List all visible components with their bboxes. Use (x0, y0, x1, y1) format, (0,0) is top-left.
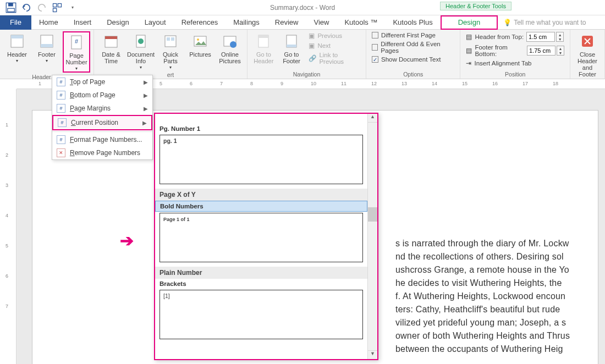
tab-view[interactable]: View (306, 15, 337, 30)
date-time-button[interactable]: Date & Time (97, 31, 125, 64)
group-pos-label: Position (505, 70, 525, 79)
page-number-icon: # (68, 34, 85, 51)
menu-page-margins[interactable]: #Page Margins▶ (52, 102, 152, 115)
group-insert-label: ert (167, 70, 174, 79)
bulb-icon: 💡 (503, 19, 512, 26)
insert-alignment-tab-button[interactable]: ⇥Insert Alignment Tab (464, 59, 566, 68)
menu-format-page-numbers[interactable]: #Format Page Numbers... (52, 133, 152, 146)
page-number-button[interactable]: # Page Number▾ (63, 31, 90, 73)
save-icon[interactable] (6, 2, 16, 13)
svg-point-22 (230, 41, 237, 48)
group-options: Different First Page Different Odd & Eve… (366, 30, 460, 79)
footer-button[interactable]: Footer▾ (33, 31, 61, 64)
menu-top-of-page[interactable]: #TTop of Pageop of Page▶ (52, 75, 152, 89)
quick-parts-button[interactable]: Quick Parts▾ (157, 31, 184, 70)
svg-rect-24 (258, 35, 268, 38)
goto-header-icon (255, 32, 272, 50)
tab-layout[interactable]: Layout (137, 15, 174, 30)
pictures-button[interactable]: Pictures (186, 31, 214, 58)
gallery-brackets-sub: Brackets (155, 279, 367, 289)
footer-from-bottom-spinner[interactable]: ▲▼ (557, 46, 564, 56)
svg-rect-5 (53, 8, 57, 12)
group-navigation: Go to Header Go to Footer ▣Previous ▣Nex… (248, 30, 366, 79)
tab-mailings[interactable]: Mailings (226, 15, 267, 30)
tab-file[interactable]: File (0, 15, 31, 30)
header-from-top-spinner[interactable]: ▲▼ (556, 32, 564, 42)
customize-icon[interactable] (52, 2, 63, 13)
calendar-icon (102, 32, 120, 50)
tab-home[interactable]: Home (31, 15, 66, 30)
svg-rect-9 (41, 44, 53, 47)
header-label: Header (7, 51, 27, 58)
undo-icon[interactable] (21, 2, 32, 13)
svg-rect-26 (287, 45, 296, 47)
page-number-menu: #TTop of Pageop of Page▶ #Bottom of Page… (52, 75, 153, 160)
header-icon (8, 32, 26, 50)
redo-icon[interactable] (36, 2, 47, 13)
next-icon: ▣ (309, 42, 315, 49)
goto-footer-button[interactable]: Go to Footer (279, 31, 305, 64)
tab-design-context[interactable]: Design (441, 15, 498, 30)
different-first-page-checkbox[interactable]: Different First Page (370, 31, 457, 39)
previous-button[interactable]: ▣Previous (306, 31, 362, 40)
online-pictures-button[interactable]: Online Pictures (216, 31, 244, 64)
header-button[interactable]: Header▾ (3, 31, 31, 64)
align-tab-icon: ⇥ (466, 59, 471, 67)
gallery-bold-numbers-sub[interactable]: Bold Numbers (155, 201, 367, 212)
tab-kutools-plus[interactable]: Kutools Plus (385, 15, 440, 30)
header-from-top-row: ▤ Header from Top: ▲▼ (464, 31, 566, 42)
tab-review[interactable]: Review (267, 15, 306, 30)
ribbon: Header▾ Footer▾ # Page Number▾ Header & … (0, 30, 605, 79)
goto-footer-label: Go to Footer (279, 51, 305, 64)
group-insert: Date & Time Document Info▾ Quick Parts▾ … (94, 30, 248, 79)
gallery-plain-number-head: Plain Number (155, 267, 367, 279)
tab-insert[interactable]: Insert (66, 15, 100, 30)
group-nav-label: Navigation (293, 70, 321, 79)
goto-header-button[interactable]: Go to Header (251, 31, 277, 64)
menu-bottom-of-page[interactable]: #Bottom of Page▶ (52, 89, 152, 102)
menu-remove-page-numbers[interactable]: ✕Remove Page Numbers (52, 146, 152, 159)
vertical-ruler: 1234567 (0, 89, 16, 364)
gallery-page-x-of-y-head: Page X of Y (155, 189, 367, 201)
ribbon-tabs: File Home Insert Design Layout Reference… (0, 15, 605, 30)
pictures-label: Pictures (189, 51, 211, 58)
document-info-button[interactable]: Document Info▾ (127, 31, 155, 70)
gallery-brackets-item[interactable]: [1] (160, 290, 363, 339)
online-pictures-label: Online Pictures (216, 51, 244, 64)
quick-parts-label: Quick Parts (157, 51, 184, 64)
svg-rect-2 (8, 8, 15, 12)
tab-references[interactable]: References (174, 15, 226, 30)
close-header-footer-button[interactable]: Close Header and Footer (574, 31, 601, 78)
close-icon (579, 32, 596, 50)
gallery-pg-number-1-sub: Pg. Number 1 (155, 124, 367, 134)
close-label: Close Header and Footer (574, 51, 601, 78)
gallery-pg-number-1-preview: pg. 1 (163, 137, 177, 144)
svg-rect-1 (8, 3, 13, 6)
show-document-text-checkbox[interactable]: ✓Show Document Text (370, 56, 457, 63)
header-from-top-input[interactable] (526, 32, 555, 42)
next-button[interactable]: ▣Next (306, 41, 362, 50)
link-previous-button[interactable]: 🔗Link to Previous (306, 51, 362, 65)
svg-point-20 (197, 38, 199, 41)
scroll-up-icon[interactable]: ▲ (368, 114, 377, 123)
footer-from-bottom-input[interactable] (527, 46, 556, 56)
scroll-thumb[interactable] (368, 207, 377, 222)
context-tool-label: Header & Footer Tools (440, 2, 512, 10)
qat-dropdown-icon[interactable]: ▾ (67, 2, 78, 13)
link-icon: 🔗 (309, 54, 316, 62)
gallery-pg-number-1-item[interactable]: pg. 1 (160, 135, 363, 184)
different-odd-even-checkbox[interactable]: Different Odd & Even Pages (370, 40, 457, 54)
online-pictures-icon (221, 32, 239, 50)
menu-current-position[interactable]: #Current Position▶ (52, 115, 152, 130)
gallery-bold-numbers-item[interactable]: Page 1 of 1 (160, 213, 363, 262)
gallery-bold-numbers-preview: Page 1 of 1 (163, 217, 190, 222)
quick-access-toolbar: ▾ (0, 0, 605, 15)
pictures-icon (191, 32, 209, 50)
tell-me[interactable]: 💡 Tell me what you want to (503, 19, 586, 26)
svg-rect-3 (53, 3, 57, 7)
tab-kutools[interactable]: Kutools ™ (337, 15, 385, 30)
footer-label: Footer (38, 51, 56, 58)
scroll-down-icon[interactable]: ▼ (368, 350, 377, 359)
gallery-scrollbar[interactable]: ▲ ▼ (367, 114, 377, 359)
tab-design[interactable]: Design (99, 15, 136, 30)
